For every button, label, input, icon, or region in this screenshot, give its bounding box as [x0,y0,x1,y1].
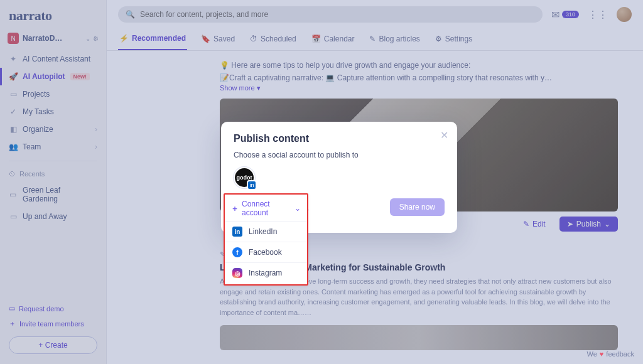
share-now-button[interactable]: Share now [390,198,445,216]
facebook-icon: f [232,247,242,257]
connect-account-dropdown-open[interactable]: ＋ Connect account ⌄ [231,200,301,217]
linkedin-icon: in [232,227,242,237]
feedback-link[interactable]: We ♥ feedback [587,350,635,358]
linkedin-badge-icon: in [247,180,257,190]
modal-subtitle: Choose a social account to publish to [234,151,445,159]
connect-account-popover: ＋ Connect account ⌄ inLinkedIn fFacebook… [224,193,308,286]
connect-facebook[interactable]: fFacebook [225,242,307,262]
connect-linkedin[interactable]: inLinkedIn [225,221,307,242]
plus-icon: ＋ [231,203,239,214]
close-icon[interactable]: ✕ [440,129,448,141]
heart-icon: ♥ [600,350,604,358]
instagram-icon: ◎ [232,268,242,278]
chevron-down-icon: ⌄ [294,204,301,213]
modal-title: Publish content [234,133,445,144]
connect-instagram[interactable]: ◎Instagram [225,262,307,283]
social-account[interactable]: godot in [234,167,255,188]
